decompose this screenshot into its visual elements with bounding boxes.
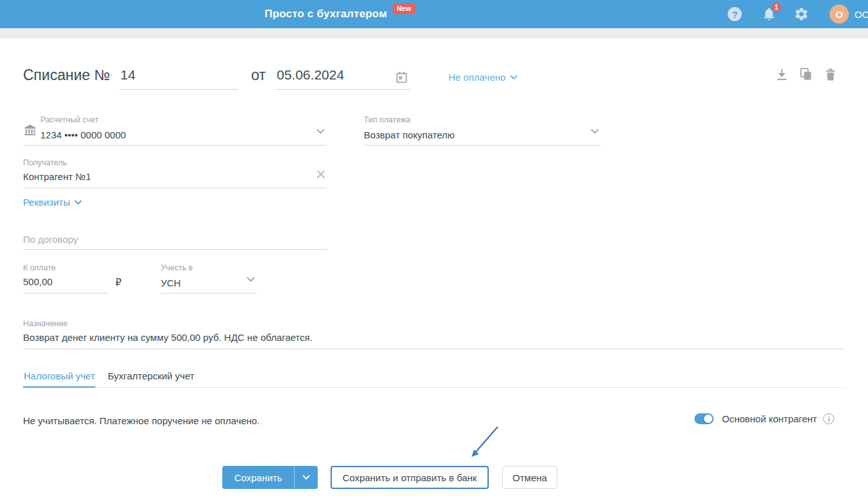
tax-mode-select[interactable]: Учесть в УСН: [161, 263, 257, 293]
app-title-wrap: Просто с бухгалтером New: [265, 0, 415, 28]
amount-input[interactable]: [23, 276, 109, 287]
chevron-down-icon[interactable]: [316, 126, 325, 137]
account-label: Расчетный счет: [40, 115, 327, 125]
requisites-expander[interactable]: Реквизиты: [23, 197, 82, 208]
purpose-label: Назначение: [23, 319, 845, 329]
delete-trash-icon[interactable]: [823, 67, 838, 82]
accounting-tabs: Налоговый учет Бухгалтерский учет: [23, 370, 845, 388]
document-number-input[interactable]: [119, 64, 238, 90]
tax-mode-value: УСН: [161, 277, 257, 289]
recipient-field: Получатель: [23, 158, 327, 188]
requisites-label: Реквизиты: [23, 197, 70, 208]
save-split-button: Сохранить: [222, 466, 318, 489]
page-title: Списание №: [23, 67, 110, 84]
amount-label: К оплате: [23, 263, 109, 273]
top-bar: Просто с бухгалтером New ? 1 О ОО: [0, 0, 868, 28]
cancel-button[interactable]: Отмена: [502, 466, 557, 489]
tab-bookkeeping[interactable]: Бухгалтерский учет: [107, 370, 195, 387]
copy-icon[interactable]: [798, 67, 814, 82]
amount-field: К оплате: [23, 263, 109, 293]
clear-icon[interactable]: [316, 170, 325, 181]
info-icon[interactable]: i: [823, 413, 834, 424]
chevron-down-icon: [74, 200, 82, 205]
purpose-input[interactable]: [23, 332, 845, 343]
contract-input[interactable]: [23, 234, 327, 245]
main-contractor-toggle[interactable]: [694, 413, 714, 424]
chevron-down-icon[interactable]: [247, 274, 255, 285]
top-bar-actions: ? 1 О ОО: [728, 0, 868, 28]
org-name[interactable]: ОО: [855, 9, 868, 20]
payment-status-label: Не оплачено: [448, 72, 505, 83]
app-title: Просто с бухгалтером: [265, 8, 387, 21]
save-options-caret[interactable]: [295, 475, 318, 480]
settlement-account-select[interactable]: Расчетный счет 1234 •••• 0000 0000: [23, 115, 327, 145]
gear-icon: [794, 6, 809, 22]
settings-gear-icon[interactable]: [794, 6, 809, 22]
notification-count-badge: 1: [771, 1, 782, 13]
contract-field: [23, 220, 327, 250]
date-field: [275, 64, 410, 90]
chevron-down-icon: [510, 75, 518, 80]
app-window: Просто с бухгалтером New ? 1 О ОО Списан…: [0, 0, 868, 496]
payment-type-value: Возврат покупателю: [364, 129, 601, 141]
notifications-bell-icon[interactable]: 1: [762, 6, 776, 22]
download-icon[interactable]: [774, 67, 789, 82]
currency-ruble-sign: ₽: [115, 277, 122, 288]
account-value: 1234 •••• 0000 0000: [40, 129, 327, 141]
date-preposition: от: [251, 67, 266, 84]
tab-tax-accounting[interactable]: Налоговый учет: [23, 370, 95, 388]
tax-status-text: Не учитывается. Платежное поручение не о…: [23, 415, 259, 426]
save-and-send-to-bank-button[interactable]: Сохранить и отправить в банк: [331, 466, 489, 489]
toggle-knob: [704, 415, 712, 423]
main-contractor-group: Основной контрагент i: [694, 413, 834, 424]
save-button[interactable]: Сохранить: [222, 472, 294, 483]
new-badge: New: [393, 3, 415, 14]
document-actions: [774, 67, 838, 82]
recipient-input[interactable]: [23, 171, 327, 182]
date-input[interactable]: [275, 64, 381, 86]
annotation-arrow: [465, 423, 504, 463]
calendar-icon[interactable]: [395, 70, 409, 85]
chevron-down-icon[interactable]: [591, 126, 599, 137]
main-contractor-label: Основной контрагент: [722, 413, 817, 424]
payment-type-select[interactable]: Тип платежа Возврат покупателю: [364, 115, 601, 145]
help-icon[interactable]: ?: [728, 7, 742, 21]
tax-mode-label: Учесть в: [161, 263, 257, 273]
bank-icon: [23, 123, 37, 140]
purpose-field: Назначение: [23, 319, 845, 349]
payment-status-dropdown[interactable]: Не оплачено: [448, 72, 518, 83]
recipient-label: Получатель: [23, 158, 327, 168]
user-avatar[interactable]: О: [830, 4, 849, 24]
payment-type-label: Тип платежа: [364, 115, 601, 125]
document-form: Списание № от Не оплачено: [0, 38, 868, 496]
header-divider-strip: [0, 28, 868, 38]
